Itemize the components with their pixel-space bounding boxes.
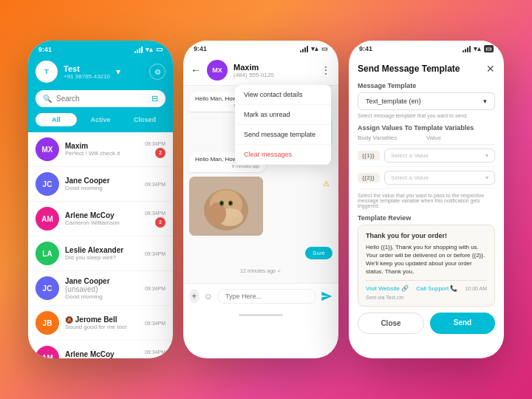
svg-point-7 (221, 202, 223, 205)
contact-item[interactable]: MX Maxim Perfect ! Will check it 09:34PM… (28, 132, 173, 167)
contact-info: Arlene McCoy Cameron Williamson (65, 350, 139, 358)
template-value: Text_template (en) (366, 98, 421, 105)
variables-section-label: Assign Values To Template Variables (358, 124, 495, 132)
variables-hint: Select the value that you want to pass t… (358, 193, 495, 208)
call-support-link[interactable]: Call Support 📞 (416, 285, 457, 292)
review-sender: Sent via Text.cm (366, 295, 487, 300)
signal-icon-2 (300, 45, 308, 52)
contacts-list: MX Maxim Perfect ! Will check it 09:34PM… (28, 132, 173, 358)
contact-item[interactable]: JB 🔕 Jerome Bell Sound good for me too! … (28, 306, 173, 341)
variable-row-1: {{1}} Select a Value ▾ (358, 145, 495, 167)
variables-table-header: Body Variables Value (358, 134, 495, 145)
modal-title: Send Message Template (358, 64, 460, 74)
battery-icon-3: ▭ (484, 45, 494, 52)
variable-value-select-2[interactable]: Select a Value ▾ (384, 171, 495, 185)
chevron-down-icon: ▾ (485, 174, 488, 181)
badge: 2 (155, 356, 166, 359)
contact-item[interactable]: AM Arlene McCoy Cameron Williamson 09:34… (28, 202, 173, 236)
modal-close-button[interactable]: ✕ (486, 63, 495, 75)
variable-tag-2: {{2}} (358, 173, 380, 183)
message-timestamp: 12 minutes ago ✓ (189, 268, 332, 274)
status-time-1: 9:41 (38, 46, 52, 53)
header-title-1: Test (64, 64, 110, 73)
status-bar-3: 9:41 ▾▴ ▭ (349, 41, 504, 55)
menu-item-clear[interactable]: Clear messages (235, 145, 331, 165)
phone-chat: 9:41 ▾▴ ▭ ← MX Maxim (484) 555-0120 ⋮ (183, 41, 338, 358)
template-hint: Select message template that you want to… (358, 113, 495, 118)
review-time: 10:00 AM (465, 286, 487, 291)
chat-contact-name: Maxim (233, 63, 315, 72)
template-dropdown[interactable]: Text_template (en) ▾ (358, 92, 495, 110)
chat-input-bar: + ☺ (183, 283, 338, 309)
menu-item-view-contact[interactable]: View contact details (235, 85, 331, 105)
image-message: ⚠ (189, 177, 332, 240)
home-bar-2 (183, 309, 338, 321)
tabs-bar: All Active Closed (28, 113, 173, 132)
review-footer: Visit Website 🔗 Call Support 📞 10:00 AM (366, 280, 487, 292)
avatar: AM (35, 346, 59, 358)
alert-icon: ⚠ (323, 180, 330, 188)
avatar: LA (35, 242, 59, 265)
contact-info: Maxim Perfect ! Will check it (65, 142, 139, 157)
variable-tag-1: {{1}} (358, 151, 380, 160)
website-link[interactable]: Visit Website 🔗 (366, 285, 409, 292)
send-template-modal: Send Message Template ✕ Message Template… (349, 55, 504, 358)
app-header-1: T Test +91 98765-43210 ▾ ⚙ (28, 56, 173, 90)
chat-contact-info: Maxim (484) 555-0120 (233, 63, 315, 78)
contact-item[interactable]: AM Arlene McCoy Cameron Williamson 09:34… (28, 341, 173, 358)
col-body-label: Body Variables (358, 134, 426, 141)
template-section-label: Message Template (358, 82, 495, 89)
variable-value-select-1[interactable]: Select a Value ▾ (384, 149, 495, 163)
settings-button[interactable]: ⚙ (149, 64, 166, 80)
battery-icon-1: ▭ (156, 45, 163, 53)
close-button[interactable]: Close (358, 313, 424, 334)
variable-row-2: {{2}} Select a Value ▾ (358, 167, 495, 189)
chevron-down-icon: ▾ (485, 152, 488, 159)
emoji-button[interactable]: ☺ (204, 291, 213, 301)
contact-item[interactable]: JC Jane Cooper Good morning 09:34PM (28, 167, 173, 202)
status-time-2: 9:41 (194, 45, 207, 52)
message-input[interactable] (217, 289, 316, 304)
contact-info: Jane Cooper Good morning (65, 177, 139, 191)
contact-info: Jane Cooper (unsaved) Good morning (65, 277, 139, 300)
search-section: 🔍 ⊟ (28, 90, 173, 113)
modal-actions: Close Send (358, 313, 495, 334)
review-title: Thank you for your order! (366, 231, 487, 241)
review-body: Hello {{1}}, Thank you for shopping with… (366, 243, 487, 276)
avatar: MX (35, 137, 59, 161)
send-message-button[interactable] (321, 288, 332, 304)
review-links: Visit Website 🔗 Call Support 📞 (366, 285, 457, 292)
contact-item[interactable]: LA Leslie Alexander Did you sleep well? … (28, 236, 173, 271)
menu-item-mark-unread[interactable]: Mark as unread (235, 105, 331, 125)
svg-point-4 (208, 202, 226, 225)
avatar: AM (35, 207, 59, 231)
avatar: JC (35, 172, 59, 196)
sure-bubble: Sure (305, 247, 332, 259)
contact-info: 🔕 Jerome Bell Sound good for me too! (65, 316, 139, 330)
chat-contact-number: (484) 555-0120 (233, 72, 315, 78)
contact-item[interactable]: JC Jane Cooper (unsaved) Good morning 09… (28, 271, 173, 306)
chevron-down-icon: ▾ (483, 98, 487, 105)
wifi-icon-2: ▾▴ (311, 45, 318, 52)
menu-item-send-template[interactable]: Send message template (235, 125, 331, 145)
avatar: JC (35, 276, 59, 300)
search-input[interactable] (56, 95, 147, 103)
modal-header: Send Message Template ✕ (358, 63, 495, 75)
tab-closed[interactable]: Closed (124, 113, 166, 126)
tab-all[interactable]: All (35, 113, 77, 126)
signal-icon-1 (134, 46, 143, 53)
send-button[interactable]: Send (430, 313, 495, 334)
header-avatar-1: T (35, 61, 58, 83)
filter-icon[interactable]: ⊟ (151, 94, 158, 103)
attach-button[interactable]: + (189, 289, 200, 304)
dropdown-icon[interactable]: ▾ (116, 66, 120, 77)
review-section-label: Template Review (358, 214, 495, 222)
more-options-button[interactable]: ⋮ (321, 64, 331, 76)
col-value-label: Value (426, 134, 495, 141)
tab-active[interactable]: Active (80, 113, 121, 126)
chat-avatar: MX (207, 60, 228, 81)
chat-header: ← MX Maxim (484) 555-0120 ⋮ (183, 55, 338, 86)
search-icon: 🔍 (43, 95, 52, 103)
contact-info: Arlene McCoy Cameron Williamson (65, 211, 139, 226)
back-button[interactable]: ← (191, 64, 201, 76)
